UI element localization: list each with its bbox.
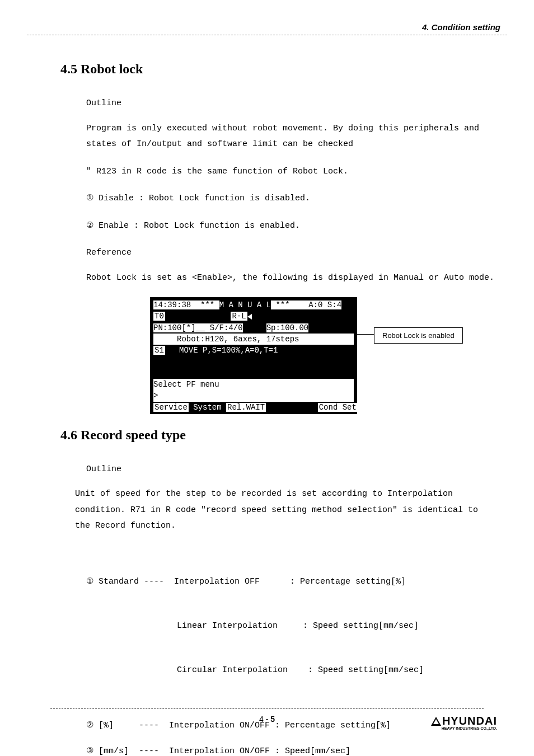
console-l1-left: 14:39:38 *** [153,300,219,309]
arrow-left-icon [247,314,252,320]
page-num: 5 [270,715,275,724]
leader-line-1 [357,334,374,335]
outline-label-2: Outline [86,462,495,478]
footer-divider [50,708,484,709]
console-line-6 [153,356,354,367]
logo-text: HYUNDAI [442,715,497,727]
callout-text: Robot Lock is enabled [382,331,455,340]
logo-triangle-icon [431,717,441,726]
console-l2-to: T0 [153,312,165,321]
console-line-8: Select PF menu [153,379,354,390]
s46-para1: Unit of speed for the step to be recorde… [75,486,495,534]
terminal-screenshot: 14:39:38 *** M A N U A L *** A:0 S:4 T0 … [150,297,357,414]
console-line-2: T0 R-L [153,311,354,322]
console-l10-c: Rel.WAIT [226,403,266,412]
s46-standard-line1: ① Standard ---- Interpolation OFF : Perc… [86,575,495,589]
console-l10-b: System [189,403,226,412]
s45-para1: Program is only executed without robot m… [86,121,495,153]
console-line-3: PN:100[*]__ S/F:4/0 Sp:100.00 [153,322,354,334]
console-line-1: 14:39:38 *** M A N U A L *** A:0 S:4 [153,299,354,311]
callout-box: Robot Lock is enabled [374,327,463,344]
s46-mms-line: ③ [mm/s] ---- Interpolation ON/OFF : Spe… [86,744,495,756]
console-l3-left: PN:100[*]__ S/F:4/0 [153,323,243,332]
console-l1-mid: M A N U A L [219,300,271,309]
s45-opt-disable: ① Disable : Robot Lock function is disab… [86,191,495,207]
console-l10-a: Service [153,403,189,412]
hyundai-logo: HYUNDAI HEAVY INDUSTRIES CO.,LTD. [431,715,497,730]
s46-standard-line3: Circular Interpolation : Speed setting[m… [86,663,495,678]
page-content: 4.5 Robot lock Outline Program is only e… [60,62,495,756]
chapter-header: 4. Condition setting [422,22,500,32]
page-chapter: 4 [259,715,264,724]
console-l3-right: Sp:100.00 [266,323,309,332]
console-line-10: Service System Rel.WAIT Cond Set [153,402,354,413]
console-line-5: S1 MOVE P,S=100%,A=0,T=1 [153,345,354,356]
console-l5-cmd: MOVE P,S=100%,A=0,T=1 [179,346,278,355]
console-l1-right: *** [271,300,308,309]
section-4-6-title: 4.6 Record speed type [60,428,495,443]
console-l2-rl: R-L [231,312,247,321]
console-line-9: > [153,390,354,401]
console-l10-d: Cond Set [318,403,358,412]
s45-para2: " R123 in R code is the same function of… [86,164,495,180]
s45-opt-enable: ② Enable : Robot Lock function is enable… [86,218,495,234]
outline-label-1: Outline [86,96,495,112]
reference-label: Reference [86,245,495,261]
section-4-5-title: 4.5 Robot lock [60,62,495,77]
console-and-callout: 14:39:38 *** M A N U A L *** A:0 S:4 T0 … [150,297,495,414]
page-sep: - [264,715,270,724]
s46-standard-line2: Linear Interpolation : Speed setting[mm/… [86,619,495,633]
console-l1-end: A:0 S:4 [308,300,341,309]
console-l5-s1: S1 [153,346,165,355]
header-divider [27,35,507,35]
console-line-7 [153,368,354,379]
s45-ref-text: Robot Lock is set as <Enable>, the follo… [86,270,495,287]
console-line-4: Robot:H120, 6axes, 17steps [153,334,354,345]
